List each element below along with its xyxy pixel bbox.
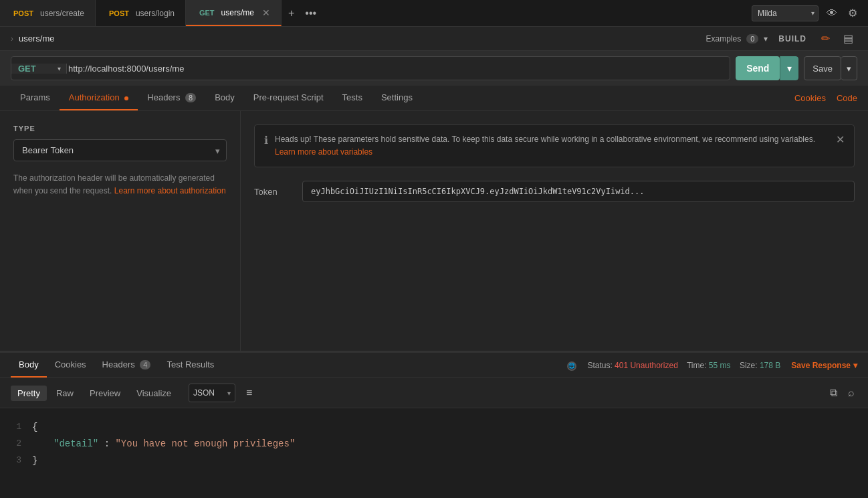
open-brace: { [32, 419, 37, 436]
tab-tests[interactable]: Tests [333, 86, 372, 110]
tab-label-create: users/create [40, 9, 84, 18]
add-tab-button[interactable]: + [284, 5, 298, 22]
headers-badge: 8 [185, 93, 196, 102]
auth-learn-more-link[interactable]: Learn more about authorization [114, 186, 226, 195]
tab-users-me[interactable]: GET users/me ✕ [186, 0, 282, 26]
send-button[interactable]: Send [736, 56, 780, 80]
copy-icon-button[interactable]: ⧉ [827, 386, 840, 400]
authorization-dot [124, 96, 128, 100]
main-layout: › users/me Examples 0 ▾ BUILD ✏ ▤ GET PO… [0, 27, 868, 498]
preview-view-button[interactable]: Preview [83, 386, 127, 401]
method-badge-post-create: POST [11, 9, 36, 18]
close-brace: } [32, 452, 37, 469]
search-icon-button[interactable]: ⌕ [845, 386, 857, 400]
method-select[interactable]: GET POST PUT DELETE PATCH [11, 64, 67, 74]
response-area: Body Cookies Headers 4 Test Results 🌐 St… [0, 351, 868, 498]
token-label: Token [254, 187, 294, 197]
url-input[interactable] [62, 64, 730, 74]
req-tab-right: Cookies Code [794, 93, 857, 103]
send-dropdown-button[interactable]: ▾ [780, 56, 798, 80]
tab-params[interactable]: Params [11, 86, 60, 110]
code-link[interactable]: Code [837, 93, 857, 103]
response-line-2: 2 "detail" : "You have not enough privil… [5, 436, 863, 452]
settings-icon-button[interactable]: ⚙ [845, 4, 860, 22]
response-line-1: 1 { [5, 419, 863, 436]
cookies-link[interactable]: Cookies [794, 93, 826, 103]
save-response-button[interactable]: Save Response ▾ [791, 361, 857, 370]
url-bar: GET POST PUT DELETE PATCH ▾ [11, 56, 730, 80]
panel-icon-button[interactable]: ▤ [839, 31, 857, 46]
auth-description: The authorization header will be automat… [13, 172, 227, 197]
tab-users-create[interactable]: POST users/create [0, 0, 96, 26]
filter-icon-button[interactable]: ≡ [243, 386, 255, 400]
format-select-wrap: JSON XML HTML Text ▾ [189, 384, 235, 402]
examples-chevron-icon[interactable]: ▾ [764, 34, 768, 44]
tab-label-me: users/me [221, 8, 254, 17]
format-dropdown-arrow: ▾ [227, 390, 231, 397]
response-line-3: 3 } [5, 452, 863, 469]
examples-area: Examples 0 ▾ BUILD ✏ ▤ [706, 31, 857, 46]
tab-settings[interactable]: Settings [372, 86, 422, 110]
examples-count: 0 [746, 34, 758, 44]
edit-icon-button[interactable]: ✏ [817, 31, 834, 46]
more-tabs-button[interactable]: ••• [301, 5, 320, 22]
tab-actions: + ••• [284, 5, 320, 22]
eye-icon-button[interactable]: 👁 [824, 5, 840, 22]
response-tabs: Body Cookies Headers 4 Test Results 🌐 St… [0, 353, 868, 378]
auth-type-label: TYPE [13, 124, 227, 133]
res-tab-headers[interactable]: Headers 4 [94, 353, 159, 378]
breadcrumb-row: › users/me Examples 0 ▾ BUILD ✏ ▤ [0, 27, 868, 51]
build-button[interactable]: BUILD [773, 34, 812, 44]
res-tab-body[interactable]: Body [11, 353, 47, 378]
tab-headers[interactable]: Headers 8 [138, 86, 205, 110]
info-banner-close-icon[interactable]: ✕ [836, 133, 845, 146]
tab-prerequest[interactable]: Pre-request Script [244, 86, 333, 110]
pretty-view-button[interactable]: Pretty [11, 386, 47, 401]
view-right: ⧉ ⌕ [827, 386, 857, 400]
token-row: Token [254, 181, 855, 202]
response-key-detail: "detail" [53, 438, 98, 449]
raw-view-button[interactable]: Raw [49, 386, 80, 401]
response-status-bar: 🌐 Status: 401 Unauthorized Time: 55 ms S… [567, 359, 857, 371]
auth-type-select[interactable]: Bearer Token No Auth API Key Basic Auth [13, 139, 227, 161]
time-value: 55 ms [709, 361, 731, 370]
send-group: Send ▾ [736, 56, 798, 80]
breadcrumb-name: users/me [19, 33, 54, 44]
user-area: Milda ▾ 👁 ⚙ [744, 4, 868, 22]
res-tab-cookies[interactable]: Cookies [47, 353, 94, 378]
tab-body[interactable]: Body [205, 86, 244, 110]
auth-select-wrap: Bearer Token No Auth API Key Basic Auth … [13, 139, 227, 161]
auth-right-panel: ℹ Heads up! These parameters hold sensit… [241, 111, 868, 351]
size-value: 178 B [760, 361, 780, 370]
globe-icon: 🌐 [567, 359, 576, 371]
token-input[interactable] [302, 181, 855, 202]
learn-more-variables-link[interactable]: Learn more about variables [275, 147, 372, 157]
save-button[interactable]: Save [804, 56, 841, 80]
auth-panel: TYPE Bearer Token No Auth API Key Basic … [0, 111, 868, 351]
view-options: Pretty Raw Preview Visualize JSON XML HT… [0, 378, 868, 408]
info-banner-text: Heads up! These parameters hold sensitiv… [275, 133, 829, 159]
tab-users-login[interactable]: POST users/login [96, 0, 186, 26]
format-select[interactable]: JSON XML HTML Text [193, 388, 225, 398]
info-icon: ℹ [264, 134, 268, 147]
method-badge-get-me: GET [197, 8, 217, 17]
tab-authorization[interactable]: Authorization [60, 86, 138, 110]
url-row: GET POST PUT DELETE PATCH ▾ Send ▾ [0, 51, 868, 86]
user-select[interactable]: Milda [752, 5, 819, 21]
info-banner: ℹ Heads up! These parameters hold sensit… [254, 124, 855, 167]
method-badge-post-login: POST [106, 9, 132, 18]
save-dropdown-button[interactable]: ▾ [841, 56, 857, 80]
status-value: 401 Unauthorized [615, 361, 678, 370]
visualize-view-button[interactable]: Visualize [130, 386, 178, 401]
tab-label-login: users/login [136, 9, 175, 18]
response-value-detail: "You have not enough privileges" [115, 438, 295, 449]
close-tab-icon[interactable]: ✕ [262, 7, 270, 18]
line-number-2: 2 [5, 436, 32, 451]
response-body: 1 { 2 "detail" : "You have not enough pr… [0, 408, 868, 481]
examples-label: Examples [706, 34, 742, 44]
line-number-3: 3 [5, 452, 32, 468]
res-tab-test-results[interactable]: Test Results [158, 353, 222, 378]
status-info: Status: 401 Unauthorized Time: 55 ms Siz… [587, 361, 780, 370]
tab-bar: POST users/create POST users/login GET u… [0, 0, 868, 27]
auth-left-panel: TYPE Bearer Token No Auth API Key Basic … [0, 111, 241, 351]
